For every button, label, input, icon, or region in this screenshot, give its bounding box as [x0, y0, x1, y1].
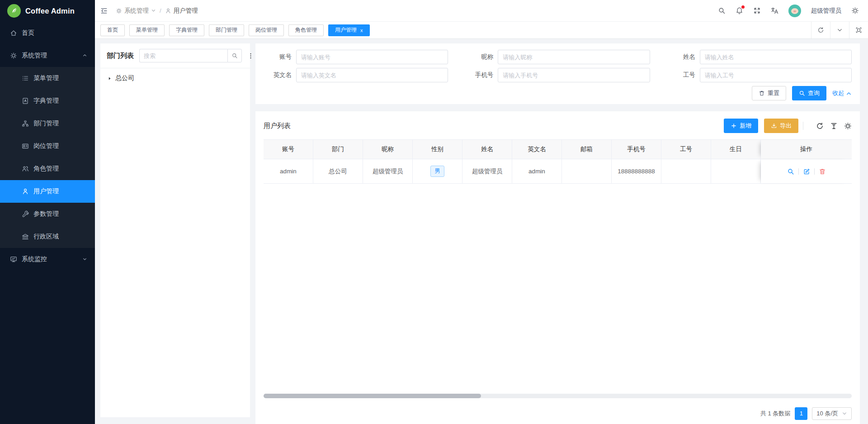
delete-button[interactable]: [819, 168, 826, 175]
chevron-up-icon: [846, 91, 852, 96]
nickname-input[interactable]: [498, 50, 650, 64]
translate-icon[interactable]: [771, 7, 778, 14]
tab-dropdown-button[interactable]: [830, 22, 849, 38]
sidebar-item-dict-mgmt[interactable]: 字典管理: [0, 90, 95, 112]
refresh-icon: [816, 122, 824, 130]
collapse-filter-link[interactable]: 收起: [832, 89, 852, 97]
divider: [814, 168, 815, 175]
tab-user-mgmt[interactable]: 用户管理 x: [328, 24, 370, 36]
notifications-button[interactable]: [736, 7, 743, 14]
search-icon[interactable]: [718, 7, 726, 14]
scrollbar-thumb[interactable]: [264, 394, 481, 398]
view-button[interactable]: [787, 168, 794, 175]
tab-home[interactable]: 首页: [100, 24, 125, 36]
menu-fold-icon[interactable]: [100, 7, 108, 14]
content-area: 部门列表 总公司: [95, 39, 868, 424]
chevron-down-icon: [836, 27, 843, 33]
tab-post-mgmt[interactable]: 岗位管理: [249, 24, 284, 36]
plus-icon: [731, 123, 737, 129]
tab-label: 用户管理: [335, 26, 357, 34]
breadcrumb-current-label: 用户管理: [174, 7, 198, 15]
right-column: 账号 昵称 姓名 英文名: [255, 43, 860, 424]
edit-button[interactable]: [803, 168, 810, 175]
download-icon: [771, 123, 777, 129]
page-button-1[interactable]: 1: [795, 407, 807, 420]
search-icon: [799, 90, 805, 96]
fullscreen-icon[interactable]: [753, 7, 761, 14]
pagination-total: 共 1 条数据: [760, 410, 790, 418]
field-label: 姓名: [667, 53, 695, 61]
sidebar-item-user-mgmt[interactable]: 用户管理: [0, 180, 95, 203]
department-search-button[interactable]: [227, 49, 242, 62]
row-actions: [787, 168, 826, 175]
cell-account: admin: [264, 159, 313, 183]
sidebar-item-label: 首页: [22, 29, 34, 37]
sidebar-item-home[interactable]: 首页: [0, 22, 95, 44]
id-card-icon: [22, 143, 29, 150]
bank-icon: [22, 233, 29, 240]
collapse-label: 收起: [832, 89, 844, 97]
tab-controls: [811, 22, 868, 38]
sidebar-item-admin-region[interactable]: 行政区域: [0, 225, 95, 248]
tab-label: 岗位管理: [255, 26, 277, 34]
sidebar-item-menu-mgmt[interactable]: 菜单管理: [0, 67, 95, 90]
column-settings-button[interactable]: [844, 122, 852, 130]
account-input[interactable]: [296, 50, 448, 64]
gear-icon: [844, 122, 852, 130]
sidebar-item-dept-mgmt[interactable]: 部门管理: [0, 112, 95, 135]
tab-dept-mgmt[interactable]: 部门管理: [209, 24, 244, 36]
field-nickname: 昵称: [465, 50, 650, 64]
table-toolbar: 用户列表 新增 导出: [255, 111, 860, 139]
tree-node-company[interactable]: 总公司: [100, 68, 250, 82]
chevron-up-icon: [82, 52, 88, 58]
english-name-input[interactable]: [296, 68, 448, 82]
tab-dict-mgmt[interactable]: 字典管理: [169, 24, 204, 36]
sidebar-group-system[interactable]: 系统管理: [0, 44, 95, 67]
filter-row: 账号 昵称 姓名: [255, 50, 860, 64]
cell-nickname: 超级管理员: [363, 159, 413, 183]
job-number-input[interactable]: [700, 68, 852, 82]
dictionary-icon: [22, 97, 29, 105]
tab-maximize-button[interactable]: [849, 22, 868, 38]
table-refresh-button[interactable]: [816, 122, 824, 130]
user-name[interactable]: 超级管理员: [811, 7, 842, 15]
trash-icon: [759, 90, 765, 96]
chevron-down-icon: [842, 411, 847, 416]
cell-dept: 总公司: [313, 159, 363, 183]
column-header: 生日: [711, 140, 761, 159]
tab-close-icon[interactable]: x: [360, 28, 363, 33]
refresh-icon: [817, 27, 824, 33]
department-search-input[interactable]: [139, 49, 227, 62]
tab-menu-mgmt[interactable]: 菜单管理: [129, 24, 165, 36]
add-button[interactable]: 新增: [724, 119, 758, 133]
sidebar-item-param-mgmt[interactable]: 参数管理: [0, 203, 95, 225]
phone-input[interactable]: [498, 68, 650, 82]
tab-role-mgmt[interactable]: 角色管理: [288, 24, 324, 36]
sidebar-item-post-mgmt[interactable]: 岗位管理: [0, 135, 95, 157]
gear-icon: [116, 8, 122, 14]
page-size-select[interactable]: 10 条/页: [812, 407, 852, 420]
column-header: 手机号: [612, 140, 661, 159]
tab-refresh-button[interactable]: [811, 22, 830, 38]
reset-button[interactable]: 重置: [752, 86, 786, 100]
breadcrumb-parent[interactable]: 系统管理: [116, 7, 156, 15]
column-header: 邮箱: [562, 140, 612, 159]
name-input[interactable]: [700, 50, 852, 64]
gender-badge: 男: [430, 166, 444, 177]
query-button[interactable]: 查询: [792, 86, 826, 100]
column-header: 性别: [413, 140, 462, 159]
gear-icon[interactable]: [851, 7, 859, 14]
sidebar-group-monitor[interactable]: 系统监控: [0, 248, 95, 271]
row-height-button[interactable]: [830, 122, 838, 130]
horizontal-scrollbar[interactable]: [264, 394, 852, 398]
filter-form-panel: 账号 昵称 姓名 英文名: [255, 43, 860, 104]
sidebar-item-label: 参数管理: [33, 210, 59, 218]
export-button[interactable]: 导出: [764, 119, 798, 133]
more-menu-button[interactable]: [247, 52, 254, 59]
user-icon: [22, 188, 29, 195]
sidebar-item-role-mgmt[interactable]: 角色管理: [0, 157, 95, 180]
caret-right-icon[interactable]: [107, 76, 112, 81]
field-label: 英文名: [264, 71, 292, 79]
avatar[interactable]: [788, 5, 801, 17]
table-tools: 新增 导出: [724, 119, 852, 133]
